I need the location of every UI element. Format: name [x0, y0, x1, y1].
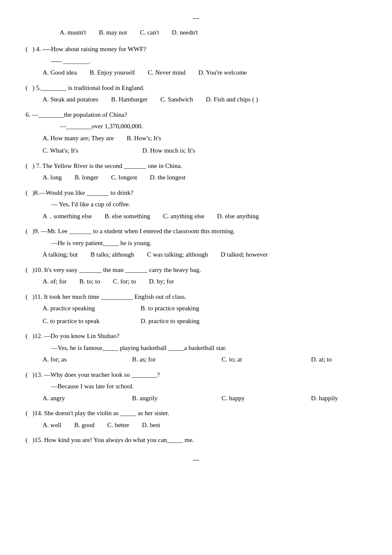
q5-option-a: A. Steak and potatoes	[43, 94, 98, 105]
q10-option-d: D. by; for	[149, 276, 174, 287]
q9-stem: )9. —Mr. Lee _______ to a student when I…	[32, 226, 366, 237]
q8-option-a: A．something else	[43, 211, 92, 222]
q12-sub: —Yes, he is famous_____ playing basketba…	[51, 343, 366, 354]
q4-stem: ) 4. ----How about raising money for WWF…	[32, 44, 366, 55]
q6-stem: 6. —________the population of China?	[26, 110, 366, 121]
q3-option-a: A. mustn't	[60, 27, 86, 38]
q5-paren-left: (	[26, 83, 32, 94]
q3-option-d: D. needn't	[172, 27, 198, 38]
q10-option-b: B. to; to	[79, 276, 100, 287]
q11-option-b: B. to practice speaking	[141, 303, 199, 314]
q12-paren-left: (	[26, 331, 32, 342]
q11-option-a: A. practice speaking	[43, 303, 128, 314]
q4-sub: ----- ________.	[51, 56, 366, 67]
q10-option-c: C. for; to	[113, 276, 136, 287]
q9-option-b: B talks; although	[91, 249, 135, 260]
question-4: ( ) 4. ----How about raising money for W…	[26, 44, 366, 78]
q6-option-d: D. How much is; It's	[142, 145, 195, 156]
q12-option-c: C. to; at	[222, 354, 298, 365]
q7-option-a: A. long	[43, 172, 62, 183]
question-11: ( )11. It took her much time __________ …	[26, 292, 366, 327]
q12-option-a: A. for; as	[43, 354, 119, 365]
q6-option-a: A. How many are; They are	[43, 133, 114, 144]
q12-stem: )12. —Do you know Lin Shuhao?	[32, 331, 366, 342]
question-12: ( )12. —Do you know Lin Shuhao? —Yes, he…	[26, 331, 366, 365]
bottom-separator: ---	[26, 454, 366, 465]
q7-stem: ) 7. The Yellow River is the second ____…	[32, 161, 366, 172]
q6-sub: —________over 1,370,000,000.	[60, 121, 366, 132]
question-6: 6. —________the population of China? —__…	[26, 110, 366, 156]
q8-stem: )8.—Would you like _______ to drink?	[32, 188, 366, 199]
q8-option-b: B. else something	[104, 211, 150, 222]
q9-paren-left: (	[26, 226, 32, 237]
q10-option-a: A. of; for	[43, 276, 66, 287]
q13-option-c: C. happy	[222, 393, 298, 404]
q11-stem: )11. It took her much time __________ En…	[32, 292, 366, 303]
q4-option-b: B. Enjoy yourself	[89, 67, 135, 78]
q9-sub: —He is very patient_____ he is young.	[51, 238, 366, 249]
q15-paren-left: (	[26, 435, 32, 446]
q7-option-d: D. the longest	[150, 172, 186, 183]
q6-option-b: B. How's; It's	[127, 133, 161, 144]
q13-option-d: D. happily	[311, 393, 338, 404]
q4-option-a: A. Good idea	[43, 67, 77, 78]
q3-option-c: C. can't	[140, 27, 159, 38]
q14-stem: )14. She doesn't play the violin as ____…	[32, 408, 366, 419]
q7-option-b: B. longer	[75, 172, 98, 183]
q11-paren-left: (	[26, 292, 32, 303]
q14-option-d: D. best	[142, 420, 160, 431]
question-15: ( )15. How kind you are! You always do w…	[26, 435, 366, 446]
q7-option-c: C. longest	[111, 172, 137, 183]
q6-option-c: C. What's; It's	[43, 145, 78, 156]
q10-stem: )10. It's very easy _______ the man ____…	[32, 265, 366, 276]
q14-option-b: B. good	[74, 420, 95, 431]
q4-paren-left: (	[26, 44, 32, 55]
q8-option-d: D. else anything	[217, 211, 259, 222]
q8-paren-left: (	[26, 188, 32, 199]
q13-paren-left: (	[26, 370, 32, 381]
question-7: ( ) 7. The Yellow River is the second __…	[26, 161, 366, 183]
q10-paren-left: (	[26, 265, 32, 276]
q3-option-b: B. may not	[99, 27, 127, 38]
question-10: ( )10. It's very easy _______ the man __…	[26, 265, 366, 287]
q11-option-d: D. practice to speaking	[141, 316, 199, 327]
question-14: ( )14. She doesn't play the violin as __…	[26, 408, 366, 431]
q5-option-b: B. Hamburger	[111, 94, 148, 105]
q8-option-c: C. anything else	[163, 211, 204, 222]
question-13: ( )13. —Why does your teacher look so __…	[26, 370, 366, 404]
question-9: ( )9. —Mr. Lee _______ to a student when…	[26, 226, 366, 260]
q15-stem: )15. How kind you are! You always do wha…	[32, 435, 366, 446]
q11-option-c: C. to practice to speak	[43, 316, 128, 327]
question-8: ( )8.—Would you like _______ to drink? —…	[26, 188, 366, 222]
question-5: ( ) 5.________ is traditional food in En…	[26, 83, 366, 105]
q14-paren-left: (	[26, 408, 32, 419]
q5-option-c: C. Sandwich	[160, 94, 193, 105]
q9-option-d: D talked; however	[221, 249, 268, 260]
q9-option-a: A talking; but	[43, 249, 78, 260]
q14-option-a: A. well	[43, 420, 61, 431]
top-separator: ---	[26, 13, 366, 24]
q9-option-c: C was talking; although	[147, 249, 208, 260]
q4-option-d: D. You're welcome	[198, 67, 247, 78]
q5-option-d: D. Fish and chips ( )	[206, 94, 258, 105]
q14-option-c: C. better	[107, 420, 130, 431]
q12-option-b: B. as; for	[132, 354, 209, 365]
q13-option-a: A. angry	[43, 393, 119, 404]
q13-sub: —Because I was late for school.	[51, 381, 366, 392]
q12-option-d: D. at; to	[311, 354, 332, 365]
q13-option-b: B. angrily	[132, 393, 209, 404]
q4-option-c: C. Never mind	[148, 67, 186, 78]
q5-stem: ) 5.________ is traditional food in Engl…	[32, 83, 366, 94]
q7-paren-left: (	[26, 161, 32, 172]
q8-sub: — Yes, I'd like a cup of coffee.	[51, 199, 366, 210]
q13-stem: )13. —Why does your teacher look so ____…	[32, 370, 366, 381]
